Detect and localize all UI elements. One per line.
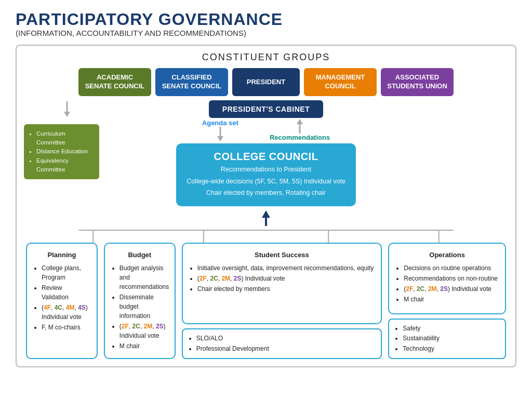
slo-alo: SLO/ALO (196, 334, 375, 343)
college-council-title: COLLEGE COUNCIL (187, 151, 345, 163)
sustainability-item: Sustainability (403, 334, 499, 343)
page-container: PARTICIPATORY GOVERNANCE (INFORMATION, A… (16, 10, 516, 367)
svg-marker-3 (217, 136, 223, 141)
student-success-sub-card: SLO/ALO Professional Development (182, 328, 382, 359)
arrow-down-from-academic (62, 101, 72, 117)
budget-title: Budget (112, 250, 167, 260)
budget-item-3: (2F, 2C, 2M, 2S) Individual vote (119, 322, 167, 340)
student-success-item-1: Initiative oversight, data, improvement … (197, 263, 374, 273)
connector-lines (26, 228, 506, 243)
constituent-groups-label: CONSTITUENT GROUPS (24, 52, 508, 63)
group-classified: CLASSIFIED SENATE COUNCIL (155, 68, 228, 96)
group-management: MANAGEMENT COUNCIL (304, 68, 377, 96)
planning-item-3: (4F, 4C, 4M, 4S) Individual vote (42, 303, 89, 322)
planning-item-1: College plans, Program (42, 263, 89, 282)
academic-sub-item-1: Curriculum Committee (36, 129, 94, 148)
center-area: PRESIDENT'S CABINET Agenda set (99, 96, 433, 206)
budget-card: Budget Budget analysis and recommendatio… (104, 243, 176, 359)
operations-item-2: Recommendations on non-routine (404, 274, 498, 283)
bottom-section: Planning College plans, Program Review V… (24, 210, 508, 359)
safety-item: Safety (403, 324, 499, 334)
student-success-item-3: Chair elected by members (197, 284, 374, 294)
planning-title: Planning (34, 250, 89, 260)
operations-title: Operations (396, 250, 498, 260)
student-success-title: Student Success (190, 250, 374, 260)
svg-marker-6 (262, 210, 270, 218)
technology-item: Technology (403, 344, 499, 354)
student-success-card: Student Success Initiative oversight, da… (182, 243, 382, 324)
top-groups-row: ACADEMIC SENATE COUNCIL CLASSIFIED SENAT… (24, 68, 508, 96)
academic-sub-item-3: Equivalency Committee (36, 156, 94, 175)
budget-item-1: Budget analysis and recommendations (119, 263, 167, 291)
bottom-cards-row: Planning College plans, Program Review V… (26, 243, 506, 359)
agenda-set-arrow: Agenda set (202, 119, 238, 141)
academic-sub-item-2: Distance Education (36, 147, 94, 156)
planning-item-2: Review Validation (42, 283, 89, 302)
college-council-sub1: Recommendations to President (187, 165, 345, 175)
operations-item-4: M chair (404, 295, 498, 304)
operations-card: Operations Decisions on routine operatio… (388, 243, 506, 314)
page-title: PARTICIPATORY GOVERNANCE (16, 10, 516, 29)
student-success-item-2: (2F, 2C, 2M, 2S) Individual vote (197, 274, 374, 283)
page-subtitle: (INFORMATION, ACCOUNTABILITY AND RECOMME… (16, 29, 516, 37)
operations-pair: Operations Decisions on routine operatio… (388, 243, 506, 359)
budget-item-2: Disseminate budget information (119, 293, 167, 321)
group-associated: ASSOCIATED STUDENTS UNION (381, 68, 454, 96)
right-side-spacer (433, 96, 508, 206)
svg-marker-1 (64, 112, 70, 117)
college-council-sub2: College-wide decisions (5F, 5C, 5M, 5S) … (187, 177, 345, 187)
arrow-up-to-council (26, 210, 506, 226)
budget-item-4: M chair (119, 341, 167, 351)
below-top: Curriculum Committee Distance Education … (24, 96, 508, 206)
outer-box: CONSTITUENT GROUPS ACADEMIC SENATE COUNC… (16, 45, 516, 367)
operations-sub-card: Safety Sustainability Technology (388, 319, 506, 359)
recommendations-arrow: Recommendations (270, 119, 330, 141)
planning-item-4: F, M co-chairs (42, 323, 89, 332)
group-academic: ACADEMIC SENATE COUNCIL (78, 68, 151, 96)
planning-card: Planning College plans, Program Review V… (26, 243, 98, 359)
college-council-box: COLLEGE COUNCIL Recommendations to Presi… (176, 143, 356, 206)
professional-dev: Professional Development (196, 344, 375, 354)
academic-sub-area: Curriculum Committee Distance Education … (24, 101, 99, 206)
group-president: PRESIDENT (232, 68, 300, 96)
cabinet-arrows: Agenda set Recommendations (202, 119, 330, 141)
cabinet-box: PRESIDENT'S CABINET (209, 100, 323, 118)
college-council-sub3: Chair elected by members, Rotating chair (187, 188, 345, 198)
operations-item-1: Decisions on routine operations (404, 263, 498, 273)
operations-item-3: (2F, 2C, 2M, 2S) Individual vote (404, 284, 498, 294)
svg-marker-4 (297, 119, 303, 124)
academic-sub-box: Curriculum Committee Distance Education … (24, 124, 99, 179)
student-success-pair: Student Success Initiative oversight, da… (182, 243, 382, 359)
